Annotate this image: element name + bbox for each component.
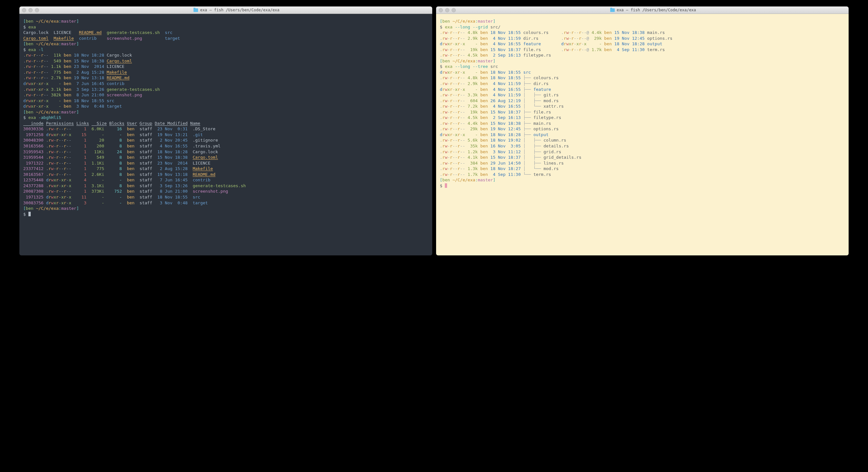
window-title: exa — fish /Users/ben/Code/exa/exa xyxy=(200,7,279,12)
terminal-window-light: exa — fish /Users/ben/Code/exa/exa [ben … xyxy=(436,6,849,256)
close-icon[interactable] xyxy=(22,8,26,12)
minimize-icon[interactable] xyxy=(445,8,450,12)
window-controls xyxy=(22,8,39,12)
window-title: exa — fish /Users/ben/Code/exa/exa xyxy=(617,7,696,12)
title-center: exa — fish /Users/ben/Code/exa/exa xyxy=(460,7,846,12)
titlebar: exa — fish /Users/ben/Code/exa/exa xyxy=(20,6,432,14)
titlebar: exa — fish /Users/ben/Code/exa/exa xyxy=(436,6,849,14)
terminal-window-dark: exa — fish /Users/ben/Code/exa/exa [ben … xyxy=(20,6,432,256)
folder-icon xyxy=(610,8,615,12)
close-icon[interactable] xyxy=(439,8,443,12)
minimize-icon[interactable] xyxy=(28,8,33,12)
window-controls xyxy=(439,8,456,12)
zoom-icon[interactable] xyxy=(452,8,456,12)
title-center: exa — fish /Users/ben/Code/exa/exa xyxy=(43,7,430,12)
terminal-body-dark[interactable]: [ben ~/C/e/exa:master]$ exaCargo.lock LI… xyxy=(20,14,432,256)
terminal-body-light[interactable]: [ben ~/C/e/exa:master]$ exa --long --gri… xyxy=(436,14,849,256)
zoom-icon[interactable] xyxy=(35,8,39,12)
folder-icon xyxy=(193,8,198,12)
